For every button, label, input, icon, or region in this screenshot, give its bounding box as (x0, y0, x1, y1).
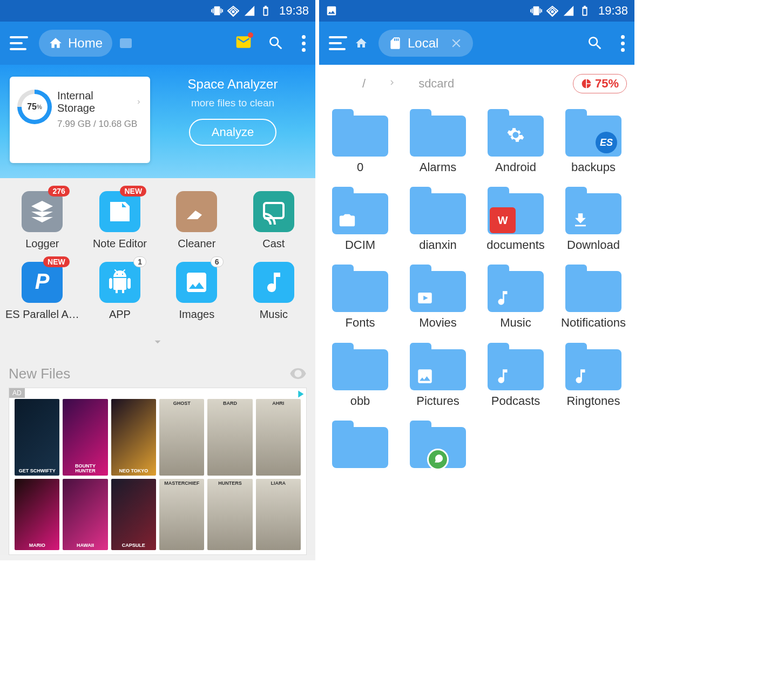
folder-icon (410, 109, 466, 157)
battery-icon (579, 5, 591, 17)
shortcut-item[interactable]: Cleaner (158, 191, 235, 250)
folder-item[interactable] (399, 421, 477, 472)
eye-icon[interactable] (289, 365, 307, 382)
image-icon (176, 262, 217, 303)
home-chip[interactable]: Home (39, 30, 112, 57)
folder-item[interactable]: Pictures (399, 343, 477, 408)
ad-frame[interactable]: AD GET SCHWIFTYBOUNTY HUNTERNEO TOKYOGHO… (9, 388, 307, 555)
folder-label: documents (477, 239, 555, 252)
shortcut-item[interactable]: Cast (235, 191, 312, 250)
ad-tile[interactable]: HUNTERS (207, 479, 252, 551)
home-screen: 19:38 Home 75% Internal Storage (0, 0, 315, 560)
shortcut-item[interactable]: 6Images (158, 262, 235, 321)
mail-button[interactable] (235, 33, 252, 53)
folder-item[interactable] (321, 421, 399, 472)
folder-icon (332, 187, 388, 234)
folder-item[interactable]: Movies (399, 265, 477, 329)
shortcut-label: Cleaner (158, 238, 235, 250)
folder-icon: ES (565, 109, 621, 157)
ad-tile[interactable]: MARIO (15, 479, 59, 551)
ad-tile[interactable]: CAPSULE (111, 479, 156, 551)
folder-item[interactable]: Ringtones (555, 343, 632, 408)
folder-icon (565, 265, 621, 312)
menu-button[interactable] (329, 36, 347, 50)
folder-icon (565, 187, 621, 234)
cast-icon (253, 191, 294, 232)
local-chip[interactable]: Local (379, 30, 473, 57)
folder-item[interactable]: Download (555, 187, 632, 252)
chevron-right-icon (387, 77, 397, 91)
window-icon (120, 38, 132, 48)
more-button[interactable] (619, 35, 627, 52)
music-icon (492, 287, 513, 309)
folder-item[interactable]: DCIM (321, 187, 399, 252)
folder-icon (410, 265, 466, 312)
new-files-header: New Files (0, 356, 315, 388)
badge: NEW (43, 256, 70, 267)
more-button[interactable] (300, 35, 308, 52)
folder-item[interactable]: Podcasts (477, 343, 555, 408)
folder-label: 0 (321, 161, 399, 174)
ad-tile[interactable]: NEO TOKYO (111, 399, 156, 476)
notification-dot-icon (248, 32, 253, 38)
folder-item[interactable]: Alarms (399, 109, 477, 174)
storage-card[interactable]: 75% Internal Storage 7.99 GB / 10.68 GB (10, 77, 150, 163)
menu-button[interactable] (10, 36, 28, 50)
breadcrumb-current[interactable]: sdcard (397, 77, 476, 91)
folder-icon (332, 265, 388, 312)
storage-pill[interactable]: 75% (573, 74, 627, 93)
shortcut-item[interactable]: 1APP (82, 262, 158, 321)
folder-item[interactable]: Wdocuments (477, 187, 555, 252)
breadcrumb-root[interactable]: / (341, 77, 387, 91)
close-icon[interactable] (449, 36, 463, 50)
ad-tile[interactable]: LIARA (256, 479, 301, 551)
search-button[interactable] (586, 35, 604, 52)
shortcut-item[interactable]: NEWPES Parallel A… (3, 262, 82, 321)
ad-tile[interactable]: HAWAII (63, 479, 107, 551)
ad-tile[interactable]: BOUNTY HUNTER (63, 399, 107, 476)
folder-item[interactable]: dianxin (399, 187, 477, 252)
folder-area: 0AlarmsAndroidESbackupsDCIMdianxinWdocum… (319, 103, 634, 560)
shortcut-label: Images (158, 308, 235, 321)
search-button[interactable] (267, 35, 285, 52)
folder-item[interactable]: ESbackups (555, 109, 632, 174)
folder-item[interactable]: Music (477, 265, 555, 329)
folder-item[interactable]: Fonts (321, 265, 399, 329)
folder-item[interactable]: Android (477, 109, 555, 174)
folder-item[interactable]: 0 (321, 109, 399, 174)
folder-label: Alarms (399, 161, 477, 174)
ad-tile[interactable]: GHOST (159, 399, 204, 476)
signal-icon (244, 5, 255, 17)
ad-tile[interactable]: BARD (207, 399, 252, 476)
home-chip-label: Home (68, 36, 103, 51)
storage-pill-value: 75% (595, 77, 619, 91)
shortcut-label: Logger (3, 238, 82, 250)
shortcut-item[interactable]: 276Logger (3, 191, 82, 250)
svg-point-0 (232, 10, 235, 13)
folder-label: Movies (399, 316, 477, 329)
shortcut-label: Note Editor (82, 238, 158, 250)
ad-tile[interactable]: MASTERCHIEF (159, 479, 204, 551)
shortcut-grid: 276LoggerNEWNote EditorCleanerCastNEWPES… (0, 178, 315, 356)
folder-icon: W (488, 187, 544, 234)
hero-section: 75% Internal Storage 7.99 GB / 10.68 GB … (0, 65, 315, 178)
image-icon (414, 365, 436, 387)
status-time: 19:38 (598, 4, 628, 18)
folder-label: Pictures (399, 395, 477, 408)
folder-item[interactable]: obb (321, 343, 399, 408)
home-icon[interactable] (355, 37, 368, 50)
chevron-down-icon (151, 335, 165, 349)
gear-icon (505, 124, 526, 146)
shortcut-item[interactable]: Music (235, 262, 312, 321)
shortcut-item[interactable]: NEWNote Editor (82, 191, 158, 250)
ad-tile[interactable]: AHRI (256, 399, 301, 476)
folder-item[interactable]: Notifica­tions (555, 265, 632, 329)
folder-icon (332, 343, 388, 390)
badge: NEW (120, 186, 146, 197)
wifi-icon (227, 5, 239, 17)
ad-tile[interactable]: GET SCHWIFTY (15, 399, 59, 476)
badge: 1 (133, 256, 146, 267)
storage-percent: 75 (27, 102, 37, 112)
analyze-button[interactable]: Analyze (189, 119, 276, 146)
expand-button[interactable] (3, 333, 312, 353)
